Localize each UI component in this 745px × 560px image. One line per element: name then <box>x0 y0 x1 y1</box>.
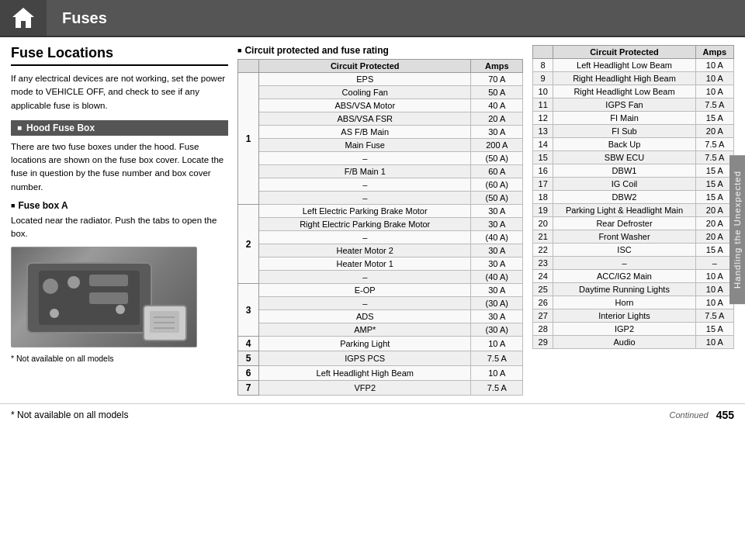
amps-cell: 10 A <box>695 283 733 296</box>
right-column: Circuit Protected Amps 8Left Headlight L… <box>532 45 734 396</box>
circuit-cell: Parking Light <box>259 337 471 351</box>
circuit-cell: Left Headlight Low Beam <box>553 59 695 72</box>
table-row: 11IGPS Fan7.5 A <box>533 99 734 112</box>
right-col-num <box>533 46 553 59</box>
amps-cell: 7.5 A <box>471 381 523 396</box>
amps-cell: 30 A <box>471 284 523 297</box>
table-row: 17IG Coil15 A <box>533 178 734 191</box>
num-cell: 17 <box>533 178 553 191</box>
table-row: 26Horn10 A <box>533 296 734 309</box>
table-row: –(30 A) <box>238 297 523 310</box>
table-row: 14Back Up7.5 A <box>533 138 734 151</box>
amps-cell: 70 A <box>471 73 523 86</box>
header-title: Fuses <box>47 0 745 36</box>
table-row: 10Right Headlight Low Beam10 A <box>533 85 734 99</box>
fuse-box-image <box>11 247 197 347</box>
table-row: 4Parking Light10 A <box>238 337 523 351</box>
circuit-cell: ISC <box>553 244 695 257</box>
fuse-box-a-heading: Fuse box A <box>11 200 228 211</box>
table-row: 23–– <box>533 257 734 270</box>
amps-cell: (30 A) <box>471 323 523 337</box>
num-cell: 15 <box>533 151 553 164</box>
circuit-cell: DBW1 <box>553 164 695 178</box>
amps-cell: 10 A <box>695 85 733 99</box>
fuse-box-image-inner <box>12 247 196 347</box>
num-cell: 20 <box>533 217 553 230</box>
group-num-cell: 6 <box>238 366 259 381</box>
amps-cell: (40 A) <box>471 231 523 244</box>
table-row: 29Audio10 A <box>533 336 734 349</box>
page-header: Fuses <box>0 0 745 37</box>
circuit-cell: Heater Motor 1 <box>259 258 471 271</box>
circuit-cell: Daytime Running Lights <box>553 283 695 296</box>
circuit-cell: – <box>259 178 471 192</box>
amps-cell: 50 A <box>471 86 523 99</box>
num-cell: 18 <box>533 191 553 204</box>
amps-cell: 15 A <box>695 244 733 257</box>
num-cell: 24 <box>533 270 553 283</box>
num-cell: 19 <box>533 204 553 217</box>
amps-cell: 10 A <box>471 366 523 381</box>
table-row: 5IGPS PCS7.5 A <box>238 351 523 366</box>
fuse-box-a-body: Located near the radiator. Push the tabs… <box>11 214 228 241</box>
circuit-cell: SBW ECU <box>553 151 695 164</box>
amps-cell: 30 A <box>471 310 523 323</box>
amps-cell: 40 A <box>471 99 523 112</box>
num-cell: 27 <box>533 309 553 323</box>
amps-cell: 30 A <box>471 218 523 231</box>
circuit-cell: Horn <box>553 296 695 309</box>
circuit-cell: – <box>259 297 471 310</box>
svg-rect-5 <box>89 292 128 304</box>
num-cell: 8 <box>533 59 553 72</box>
amps-cell: 60 A <box>471 165 523 178</box>
table-row: 27Interior Lights7.5 A <box>533 309 734 323</box>
circuit-cell: Main Fuse <box>259 139 471 152</box>
amps-cell: (50 A) <box>471 152 523 165</box>
amps-cell: (40 A) <box>471 271 523 284</box>
circuit-cell: Rear Defroster <box>553 217 695 230</box>
num-cell: 22 <box>533 244 553 257</box>
middle-column: Circuit protected and fuse rating Circui… <box>237 45 523 396</box>
circuit-cell: – <box>259 271 471 284</box>
table-row: –(40 A) <box>238 231 523 244</box>
amps-cell: 20 A <box>471 112 523 126</box>
amps-cell: 30 A <box>471 126 523 139</box>
amps-cell: 15 A <box>695 164 733 178</box>
amps-cell: 10 A <box>695 59 733 72</box>
table-row: ABS/VSA Motor40 A <box>238 99 523 112</box>
amps-cell: 10 A <box>695 296 733 309</box>
circuit-cell: Audio <box>553 336 695 349</box>
hood-fuse-box-heading: Hood Fuse Box <box>11 120 228 136</box>
svg-point-2 <box>43 278 58 294</box>
amps-cell: 7.5 A <box>695 309 733 323</box>
page-number: 455 <box>716 409 734 421</box>
num-cell: 10 <box>533 85 553 99</box>
table-row: Right Electric Parking Brake Motor30 A <box>238 218 523 231</box>
circuit-cell: Interior Lights <box>553 309 695 323</box>
amps-cell: 7.5 A <box>695 138 733 151</box>
table-row: 3E-OP30 A <box>238 284 523 297</box>
num-cell: 9 <box>533 72 553 85</box>
table-row: –(60 A) <box>238 178 523 192</box>
circuit-cell: Front Washer <box>553 230 695 244</box>
amps-cell: 10 A <box>695 336 733 349</box>
table-row: 25Daytime Running Lights10 A <box>533 283 734 296</box>
table-row: –(50 A) <box>238 152 523 165</box>
circuit-cell: – <box>553 257 695 270</box>
table-row: F/B Main 160 A <box>238 165 523 178</box>
table-row: 15SBW ECU7.5 A <box>533 151 734 164</box>
amps-cell: 200 A <box>471 139 523 152</box>
amps-cell: 15 A <box>695 178 733 191</box>
table-row: 28IGP215 A <box>533 323 734 336</box>
circuit-cell: Right Headlight Low Beam <box>553 85 695 99</box>
amps-cell: 20 A <box>695 230 733 244</box>
amps-cell: 20 A <box>695 125 733 138</box>
group-num-cell: 2 <box>238 205 259 284</box>
footnote: * Not available on all models <box>11 354 228 363</box>
group-num-cell: 7 <box>238 381 259 396</box>
amps-cell: (30 A) <box>471 297 523 310</box>
amps-cell: 20 A <box>695 204 733 217</box>
table-row: Heater Motor 130 A <box>238 258 523 271</box>
svg-point-7 <box>116 305 125 314</box>
amps-cell: 15 A <box>695 112 733 125</box>
